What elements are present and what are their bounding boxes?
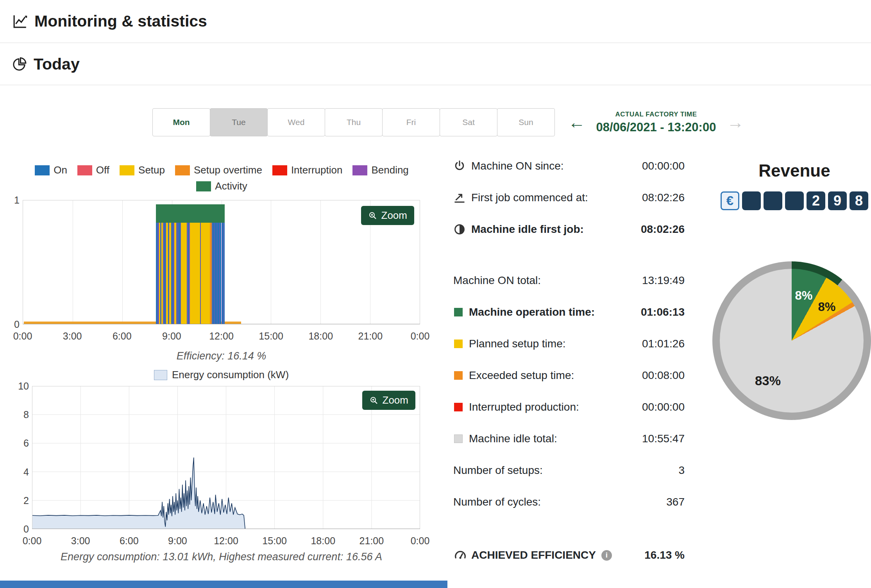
day-tab-mon[interactable]: Mon: [152, 108, 210, 136]
x-tick-label: 3:00: [71, 535, 90, 547]
pie-chart: [720, 269, 864, 413]
pie-label-setup: 8%: [818, 300, 836, 314]
x-tick-label: 15:00: [262, 535, 287, 547]
activity-zoom-button[interactable]: Zoom: [361, 206, 414, 225]
day-tab-wed[interactable]: Wed: [267, 108, 325, 136]
energy-area: [32, 458, 245, 529]
info-icon[interactable]: i: [601, 550, 612, 561]
x-tick-label: 18:00: [311, 535, 335, 547]
stat-value: 3: [678, 464, 685, 477]
legend-swatch-overtime: [175, 165, 190, 175]
stat-row: Machine idle first job:08:02:26: [453, 213, 685, 245]
legend-swatch-interruption: [272, 165, 287, 175]
legend-row-1: OnOffSetupSetup overtimeInterruptionBend…: [23, 164, 420, 176]
efficiency-caption: Efficiency: 16.14 %: [23, 350, 420, 362]
legend-swatch-setup: [120, 165, 134, 175]
stat-value: 13:19:49: [642, 274, 685, 287]
energy-zoom-button[interactable]: Zoom: [362, 391, 415, 410]
activity-x-axis: 0:003:006:009:0012:0015:0018:0021:000:00: [23, 331, 420, 343]
stat-row: Number of setups:3: [453, 454, 685, 486]
x-tick-label: 21:00: [358, 331, 383, 342]
legend-item-setup: Setup: [120, 164, 165, 176]
section-header: Today: [0, 43, 871, 85]
day-tab-sun[interactable]: Sun: [497, 108, 555, 136]
activity-segment: [181, 223, 187, 324]
x-tick-label: 0:00: [411, 331, 430, 342]
line-chart-icon: [12, 13, 28, 30]
activity-segment: [201, 223, 209, 324]
activity-segment: [224, 223, 225, 324]
setup-swatch: [454, 340, 463, 348]
page-title: Monitoring & statistics: [34, 12, 207, 30]
stat-label: Machine ON total:: [453, 274, 642, 287]
x-tick-label: 0:00: [411, 535, 430, 547]
gridline: [73, 200, 73, 324]
x-tick-label: 12:00: [209, 331, 234, 342]
achieved-efficiency-value: 16.13 %: [644, 549, 685, 561]
stat-label: Machine idle total:: [469, 433, 642, 445]
stat-label: Machine operation time:: [469, 306, 641, 318]
stat-row: Number of cycles:367: [453, 486, 685, 518]
activity-swatch: [454, 308, 463, 316]
idle-clock-icon: [453, 223, 471, 236]
prev-day-arrow-icon[interactable]: ←: [568, 114, 585, 131]
magnifier-plus-icon: [369, 396, 379, 405]
revenue-digit-0: [742, 191, 761, 210]
x-tick-label: 9:00: [162, 331, 181, 342]
stat-row: Interrupted production:00:00:00: [453, 391, 685, 423]
stat-row: Machine operation time:01:06:13: [453, 296, 685, 328]
x-tick-label: 3:00: [63, 331, 82, 342]
stat-value: 08:02:26: [642, 191, 685, 204]
stat-label: Planned setup time:: [469, 338, 642, 350]
stat-label: Number of cycles:: [453, 496, 666, 508]
y-tick-label: 4: [23, 466, 29, 478]
activity-cap: [156, 204, 225, 223]
pie-chart-icon: [12, 56, 27, 72]
revenue-title: Revenue: [716, 161, 871, 181]
legend-label: Setup: [138, 164, 165, 176]
legend-swatch-bending: [352, 165, 367, 175]
x-tick-label: 0:00: [13, 331, 32, 342]
factory-time-nav: ← ACTUAL FACTORY TIME 08/06/2021 - 13:20…: [568, 111, 744, 134]
y-tick-label: 0: [14, 318, 20, 330]
legend-label: Activity: [215, 180, 247, 192]
x-tick-label: 6:00: [120, 535, 139, 547]
x-tick-label: 9:00: [168, 535, 187, 547]
revenue-digit-3: 2: [807, 191, 825, 210]
y-tick-label: 8: [23, 409, 29, 420]
legend-label: On: [54, 164, 67, 176]
day-tab-fri[interactable]: Fri: [382, 108, 440, 136]
stats-panel: Machine ON since:00:00:00First job comme…: [453, 150, 685, 518]
zoom-button-label: Zoom: [383, 394, 408, 406]
x-tick-label: 18:00: [308, 331, 333, 342]
legend-item-activity: Activity: [196, 180, 247, 192]
factory-time-block: ACTUAL FACTORY TIME 08/06/2021 - 13:20:0…: [592, 111, 721, 134]
pie-label-idle: 83%: [755, 374, 781, 388]
day-tab-tue[interactable]: Tue: [210, 108, 268, 136]
day-tab-thu[interactable]: Thu: [325, 108, 383, 136]
next-day-arrow-icon[interactable]: →: [727, 114, 744, 131]
stat-label: Machine ON since:: [471, 160, 642, 172]
legend-label: Off: [96, 164, 109, 176]
activity-y-axis: 01: [6, 200, 20, 324]
y-tick-label: 1: [14, 194, 20, 206]
stat-label: Exceeded setup time:: [469, 369, 642, 382]
stat-label: Interrupted production:: [469, 401, 642, 413]
section-title: Today: [34, 55, 80, 73]
energy-consumption-chart: Zoom: [32, 386, 420, 529]
legend-item-interruption: Interruption: [272, 164, 343, 176]
stat-row: Machine idle total:10:55:47: [453, 423, 685, 454]
zoom-button-label: Zoom: [381, 209, 407, 222]
legend-row-2: Activity: [23, 180, 420, 192]
legend-item-bending: Bending: [352, 164, 408, 176]
stat-row: Planned setup time:01:01:26: [453, 328, 685, 359]
stat-row: First job commenced at:08:02:26: [453, 182, 685, 213]
energy-x-axis: 0:003:006:009:0012:0015:0018:0021:000:00: [32, 535, 420, 548]
controls-row: MonTueWedThuFriSatSun ← ACTUAL FACTORY T…: [152, 108, 744, 136]
day-tab-sat[interactable]: Sat: [440, 108, 497, 136]
power-icon: [453, 160, 471, 172]
stat-value: 00:00:00: [642, 160, 685, 172]
y-tick-label: 2: [23, 495, 29, 506]
idle-swatch: [454, 434, 463, 443]
achieved-efficiency-label: ACHIEVED EFFICIENCY: [471, 549, 596, 561]
